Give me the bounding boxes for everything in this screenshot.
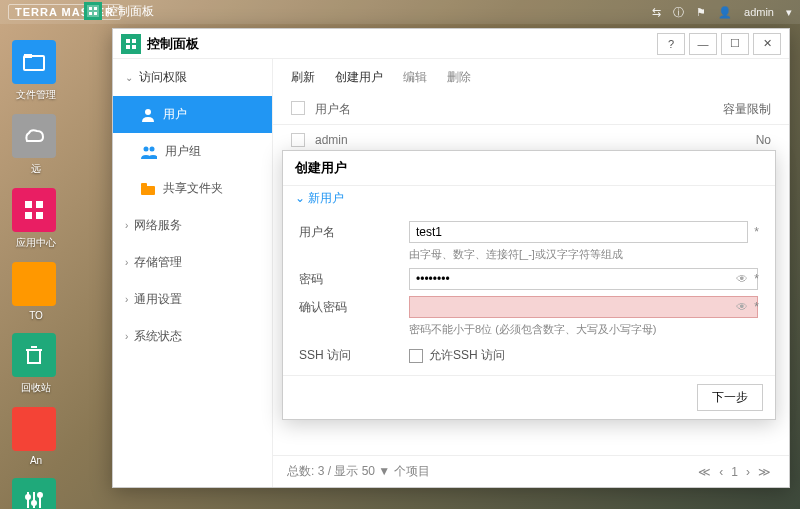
next-button[interactable]: 下一步: [697, 384, 763, 411]
maximize-button[interactable]: ☐: [721, 33, 749, 55]
table-header: 用户名 容量限制: [273, 95, 789, 125]
svg-rect-26: [141, 183, 147, 187]
window-titlebar: 控制面板 ? — ☐ ✕: [113, 29, 789, 59]
svg-point-23: [144, 146, 149, 151]
sidebar-group-general[interactable]: ›通用设置: [113, 281, 272, 318]
svg-point-13: [32, 501, 36, 505]
svg-rect-4: [94, 12, 97, 15]
svg-rect-11: [28, 350, 40, 363]
svg-rect-3: [89, 12, 92, 15]
desktop-icon-control[interactable]: 控制面板: [12, 478, 60, 509]
username-input[interactable]: [409, 221, 748, 243]
close-button[interactable]: ✕: [753, 33, 781, 55]
svg-point-22: [145, 109, 151, 115]
confirm-password-input[interactable]: [409, 296, 758, 318]
col-quota[interactable]: 容量限制: [701, 101, 771, 118]
svg-rect-7: [25, 201, 32, 208]
sidebar-group-storage[interactable]: ›存储管理: [113, 244, 272, 281]
svg-rect-1: [89, 7, 92, 10]
label-confirm: 确认密码: [299, 299, 409, 316]
create-user-dialog: 创建用户 ⌄ 新用户 用户名 * 由字母、数字、连接符[_-]或汉字字符等组成 …: [282, 150, 776, 420]
edit-button[interactable]: 编辑: [403, 69, 427, 86]
svg-rect-18: [126, 39, 130, 43]
sidebar-group-access[interactable]: ⌄访问权限: [113, 59, 272, 96]
col-username[interactable]: 用户名: [315, 101, 701, 118]
window-app-icon: [121, 34, 141, 54]
label-username: 用户名: [299, 224, 409, 241]
desktop-icon-files[interactable]: 文件管理: [12, 40, 60, 102]
sidebar-item-group[interactable]: 用户组: [113, 133, 272, 170]
chevron-right-icon: ›: [125, 331, 128, 342]
system-bar: TERRA MASTER 控制面板 ⇆ ⓘ ⚑ 👤 admin ▾: [0, 0, 800, 24]
username-hint: 由字母、数字、连接符[_-]或汉字字符等组成: [409, 247, 759, 262]
eye-icon[interactable]: 👁: [736, 300, 748, 314]
svg-rect-6: [24, 54, 32, 58]
desktop-icon-remote[interactable]: 远: [12, 114, 60, 176]
sidebar-group-status[interactable]: ›系统状态: [113, 318, 272, 355]
user-label[interactable]: admin: [744, 6, 774, 18]
svg-rect-25: [141, 186, 155, 195]
sidebar-group-network[interactable]: ›网络服务: [113, 207, 272, 244]
select-all-checkbox[interactable]: [291, 101, 305, 115]
minimize-button[interactable]: —: [689, 33, 717, 55]
chevron-right-icon: ›: [125, 257, 128, 268]
label-ssh: SSH 访问: [299, 347, 409, 364]
svg-rect-8: [36, 201, 43, 208]
dropdown-icon[interactable]: ▾: [786, 6, 792, 19]
chevron-down-icon: ⌄: [125, 72, 133, 83]
ssh-allow-label: 允许SSH 访问: [429, 347, 505, 364]
svg-point-24: [150, 146, 155, 151]
dialog-title: 创建用户: [283, 151, 775, 186]
password-hint: 密码不能小于8位 (必须包含数字、大写及小写字母): [409, 322, 759, 337]
window-title: 控制面板: [147, 35, 199, 53]
svg-rect-10: [36, 212, 43, 219]
chevron-down-icon: ⌄: [295, 191, 308, 205]
ssh-checkbox[interactable]: [409, 349, 423, 363]
refresh-button[interactable]: 刷新: [291, 69, 315, 86]
desktop-icon-apps[interactable]: 应用中心: [12, 188, 60, 250]
summary-text: 总数: 3 / 显示 50 ▼ 个项目: [287, 463, 430, 480]
user-icon[interactable]: 👤: [718, 6, 732, 19]
svg-rect-20: [126, 45, 130, 49]
svg-rect-0: [87, 5, 99, 17]
svg-point-12: [26, 495, 30, 499]
svg-rect-5: [24, 56, 44, 70]
pager[interactable]: ≪‹1›≫: [694, 465, 775, 479]
sidebar: ⌄访问权限 用户 用户组 共享文件夹 ›网络服务 ›存储管理 ›通用设置 ›系统…: [113, 59, 273, 487]
svg-point-14: [38, 493, 42, 497]
password-input[interactable]: [409, 268, 758, 290]
info-icon[interactable]: ⓘ: [673, 5, 684, 20]
required-mark: *: [754, 272, 759, 286]
desktop-icon-an1[interactable]: An: [12, 407, 60, 466]
row-checkbox[interactable]: [291, 133, 305, 147]
dialog-section-toggle[interactable]: ⌄ 新用户: [283, 186, 775, 211]
systray: ⇆ ⓘ ⚑ 👤 admin ▾: [652, 5, 792, 20]
required-mark: *: [754, 300, 759, 314]
chevron-right-icon: ›: [125, 294, 128, 305]
chevron-right-icon: ›: [125, 220, 128, 231]
label-password: 密码: [299, 271, 409, 288]
help-button[interactable]: ?: [657, 33, 685, 55]
desktop-icon-trash[interactable]: 回收站: [12, 333, 60, 395]
create-user-button[interactable]: 创建用户: [335, 69, 383, 86]
svg-rect-19: [132, 39, 136, 43]
table-footer: 总数: 3 / 显示 50 ▼ 个项目 ≪‹1›≫: [273, 455, 789, 487]
toolbar: 刷新 创建用户 编辑 删除: [273, 59, 789, 95]
sidebar-item-share[interactable]: 共享文件夹: [113, 170, 272, 207]
delete-button[interactable]: 删除: [447, 69, 471, 86]
svg-rect-9: [25, 212, 32, 219]
svg-rect-21: [132, 45, 136, 49]
taskbar: 控制面板: [84, 2, 154, 20]
desktop: 文件管理 远 应用中心 TO 回收站 An 控制面板 An 备份管理 DLNA服: [12, 40, 112, 509]
svg-rect-2: [94, 7, 97, 10]
notification-icon[interactable]: ⚑: [696, 6, 706, 19]
sidebar-item-user[interactable]: 用户: [113, 96, 272, 133]
required-mark: *: [754, 225, 759, 239]
usb-icon[interactable]: ⇆: [652, 6, 661, 19]
task-label[interactable]: 控制面板: [106, 3, 154, 20]
task-app-icon[interactable]: [84, 2, 102, 20]
eye-icon[interactable]: 👁: [736, 272, 748, 286]
desktop-icon-to[interactable]: TO: [12, 262, 60, 321]
